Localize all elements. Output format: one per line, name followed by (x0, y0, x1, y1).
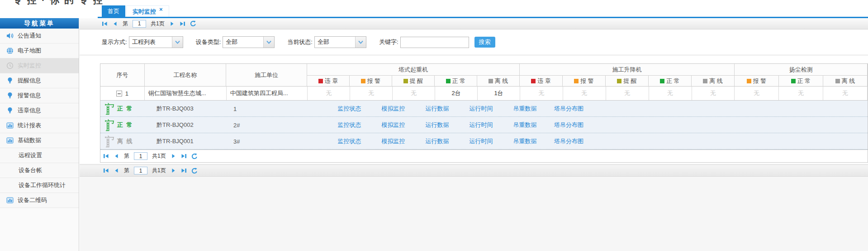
top-pagination-bar: 第 共1页 (80, 18, 868, 29)
count-value: 1台 (494, 89, 503, 97)
tab-realtime-monitor[interactable]: 实时监控 × (126, 5, 169, 17)
device-type-select[interactable]: 全部 (223, 36, 275, 48)
page-number-input[interactable] (134, 167, 147, 174)
status-color-swatch (361, 79, 365, 83)
sidebar-item-statistics-report[interactable]: 统计报表 (0, 118, 79, 133)
load-data-link[interactable]: 吊重数据 (503, 121, 547, 129)
current-status-label: 当前状态: (287, 38, 313, 46)
sidebar-item-realtime-monitor[interactable]: 实时监控 (0, 58, 79, 73)
col-header-alarm: 报 警 (350, 76, 392, 87)
last-page-button[interactable] (181, 168, 187, 174)
project-name-cell: 铜仁国瑞智慧生态城... (145, 87, 227, 100)
simulated-monitor-link[interactable]: 模拟监控 (371, 121, 415, 129)
refresh-button[interactable] (190, 20, 196, 27)
grid-header: 序号 工程名称 施工单位 塔式起重机 违 章 报 警 提 醒 正 常 离 线 (100, 64, 868, 87)
prev-page-button[interactable] (114, 153, 119, 159)
page-label: 第 (124, 167, 129, 174)
sidebar-item-label: 实时监控 (18, 62, 41, 70)
running-data-link[interactable]: 运行数据 (415, 121, 459, 129)
crane-layout-link[interactable]: 塔吊分布图 (547, 121, 591, 129)
page-label: 第 (124, 152, 129, 160)
app-window: 专控·你的专控 首页 实时监控 × 导航菜单 公告通知 电子地图 (0, 0, 868, 251)
device-links: 监控状态 模拟监控 运行数据 运行时间 吊重数据 塔吊分布图 (327, 121, 591, 129)
sidebar-item-label: 违章信息 (18, 106, 41, 115)
monitor-status-link[interactable]: 监控状态 (327, 121, 371, 129)
status-color-swatch (403, 79, 408, 83)
simulated-monitor-link[interactable]: 模拟监控 (371, 137, 415, 145)
collapse-row-icon[interactable] (116, 91, 122, 97)
sidebar-item-reminders[interactable]: 提醒信息 (0, 73, 79, 88)
monitor-status-link[interactable]: 监控状态 (327, 137, 371, 145)
first-page-button[interactable] (102, 21, 108, 27)
running-time-link[interactable]: 运行时间 (459, 105, 503, 113)
device-unit-no: 2# (233, 121, 240, 128)
device-name: 黔TR-BJQ002 (157, 121, 194, 129)
clock-icon (6, 62, 14, 69)
current-status-select[interactable]: 全部 (314, 36, 366, 48)
sidebar-item-label: 设备二维码 (18, 196, 47, 204)
refresh-button[interactable] (191, 153, 198, 159)
sidebar-item-violations[interactable]: 违章信息 (0, 103, 79, 118)
col-header-offline: 离 线 (477, 76, 520, 87)
sidebar-item-remote-settings[interactable]: 远程设置 (0, 148, 79, 163)
sidebar-item-label: 基础数据 (18, 136, 41, 145)
main-content: 第 共1页 显示方式: 工程列表 设备类型: 全部 当前状态: 全部 (80, 18, 868, 251)
crane-layout-link[interactable]: 塔吊分布图 (547, 105, 591, 113)
load-data-link[interactable]: 吊重数据 (503, 105, 547, 113)
monitor-status-link[interactable]: 监控状态 (327, 105, 371, 113)
simulated-monitor-link[interactable]: 模拟监控 (371, 105, 415, 113)
prev-page-button[interactable] (112, 21, 118, 27)
device-type-value: 全部 (223, 37, 263, 48)
running-time-link[interactable]: 运行时间 (459, 137, 503, 145)
page-number-input[interactable] (134, 152, 147, 160)
sidebar-item-device-ledger[interactable]: 设备台帐 (0, 163, 79, 178)
last-page-button[interactable] (181, 153, 187, 159)
device-status-label: 正 常 (117, 105, 133, 113)
device-status-label: 正 常 (117, 121, 133, 129)
keyword-label: 关键字: (379, 38, 398, 46)
status-color-swatch (318, 79, 323, 83)
next-page-button[interactable] (169, 21, 175, 27)
display-mode-select[interactable]: 工程列表 (129, 36, 183, 48)
first-page-button[interactable] (103, 168, 109, 174)
running-data-link[interactable]: 运行数据 (415, 105, 459, 113)
count-value: 无 (842, 89, 848, 97)
sidebar-item-device-cycle-stats[interactable]: 设备工作循环统计 (0, 178, 79, 193)
page-total-label: 共1页 (151, 20, 165, 28)
next-page-button[interactable] (171, 153, 176, 159)
count-value: 无 (624, 89, 630, 97)
bulb-icon (6, 92, 14, 99)
chevron-down-icon[interactable] (355, 37, 366, 48)
sidebar-item-base-data[interactable]: 基础数据 (0, 133, 79, 148)
page-number-input[interactable] (133, 20, 146, 28)
search-button[interactable]: 搜索 (474, 37, 495, 48)
count-value: 无 (710, 89, 716, 97)
col-header-offline: 离 线 (692, 76, 735, 87)
chevron-down-icon[interactable] (172, 37, 183, 48)
sidebar-item-device-qrcode[interactable]: 设备二维码 (0, 193, 79, 208)
sidebar-item-label: 设备工作循环统计 (19, 181, 66, 189)
running-time-link[interactable]: 运行时间 (459, 121, 503, 129)
chevron-down-icon[interactable] (263, 37, 274, 48)
tab-bar: 首页 实时监控 × (102, 5, 169, 17)
device-row: 正 常 黔TR-BJQ003 1 监控状态 模拟监控 运行数据 运行时间 吊重数… (100, 101, 868, 117)
close-tab-icon[interactable]: × (159, 4, 163, 14)
load-data-link[interactable]: 吊重数据 (503, 137, 547, 145)
keyword-input[interactable] (400, 37, 469, 48)
display-mode-label: 显示方式: (102, 38, 127, 46)
last-page-button[interactable] (180, 21, 185, 27)
prev-page-button[interactable] (114, 168, 119, 174)
sidebar-item-announcements[interactable]: 公告通知 (0, 29, 79, 43)
sidebar-item-emap[interactable]: 电子地图 (0, 43, 79, 58)
count-value: 无 (798, 89, 804, 97)
col-header-project: 工程名称 (145, 64, 226, 87)
tab-home[interactable]: 首页 (102, 5, 125, 17)
running-data-link[interactable]: 运行数据 (415, 137, 459, 145)
crane-layout-link[interactable]: 塔吊分布图 (547, 137, 591, 145)
tower-crane-icon (105, 119, 114, 131)
sidebar-item-alarms[interactable]: 报警信息 (0, 88, 79, 103)
refresh-button[interactable] (191, 168, 198, 174)
first-page-button[interactable] (103, 153, 109, 159)
filter-bar: 显示方式: 工程列表 设备类型: 全部 当前状态: 全部 关键字: 搜索 (80, 29, 868, 55)
next-page-button[interactable] (171, 168, 176, 174)
